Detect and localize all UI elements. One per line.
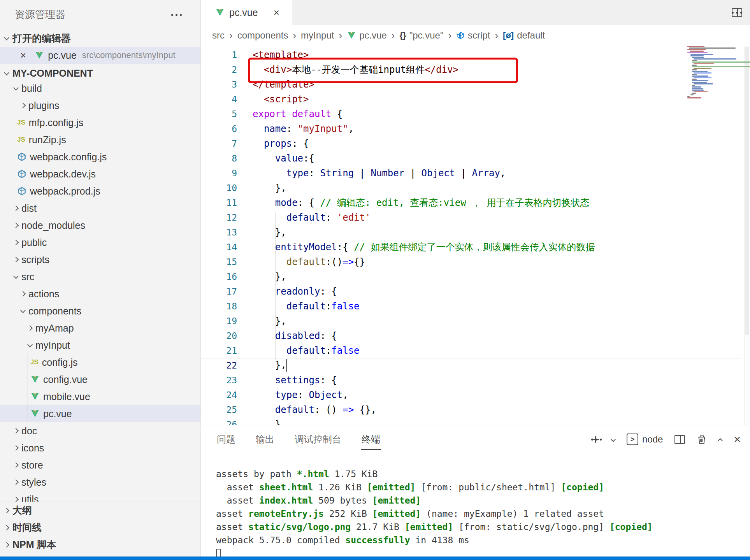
chevron-right-icon: [13, 223, 19, 228]
line-number: 22: [201, 360, 237, 370]
tab-pc-vue[interactable]: pc.vue ×: [201, 0, 292, 25]
timeline-section[interactable]: 时间线: [0, 519, 200, 536]
chevron-right-icon: [13, 479, 19, 485]
open-editor-item-pc-vue[interactable]: × pc.vue src\components\myInput: [0, 47, 200, 64]
minimap[interactable]: [687, 46, 737, 147]
code-line-25: 25 default: () => {},: [201, 402, 750, 417]
line-number: 3: [201, 79, 237, 90]
tree-item-config-vue[interactable]: config.vue: [0, 371, 200, 388]
panel-tab-调试控制台[interactable]: 调试控制台: [294, 429, 342, 449]
line-number: 11: [201, 198, 237, 208]
line-number: 20: [201, 331, 237, 341]
close-editor-icon[interactable]: ×: [20, 50, 26, 60]
webpack-icon: [17, 169, 26, 179]
tree-item-label: doc: [21, 425, 37, 437]
tree-item-myamap[interactable]: myAmap: [0, 319, 200, 337]
breadcrumb: src›components›myInput›pc.vue›{}"pc.vue"…: [201, 25, 750, 46]
terminal-picker-chevron-icon[interactable]: [611, 437, 616, 442]
line-number: 2: [201, 65, 237, 75]
line-number: 18: [201, 301, 237, 311]
maximize-panel-icon[interactable]: [718, 438, 723, 443]
terminal-output[interactable]: assets by path *.html 1.75 KiB asset she…: [216, 467, 734, 560]
breadcrumb-item-pc-vue[interactable]: pc.vue: [347, 30, 387, 41]
tree-item-webpack-prod-js[interactable]: webpack.prod.js: [0, 183, 200, 200]
tree-item-src[interactable]: src: [0, 268, 200, 285]
chevron-right-icon: [13, 240, 19, 245]
breadcrumb-item-myinput[interactable]: myInput: [301, 30, 334, 41]
webpack-icon: [17, 186, 26, 196]
editor-more-actions-icon[interactable]: [732, 12, 742, 14]
panel-tab-终端[interactable]: 终端: [361, 429, 381, 449]
code-line-23: 23 settings: {: [201, 373, 750, 388]
code-line-19: 19 },: [201, 314, 750, 328]
line-number: 9: [201, 168, 237, 178]
vue-icon: [35, 51, 44, 60]
outline-section[interactable]: 大纲: [0, 502, 200, 519]
code-line-24: 24 type: Object,: [201, 388, 750, 402]
tree-item-store[interactable]: store: [0, 456, 200, 474]
open-editors-header[interactable]: 打开的编辑器: [0, 30, 200, 47]
breadcrumb-item-script[interactable]: script: [456, 30, 490, 41]
tree-item-config-js[interactable]: JSconfig.js: [0, 354, 200, 371]
panel-tab-问题[interactable]: 问题: [216, 429, 236, 449]
close-panel-icon[interactable]: ×: [734, 434, 741, 445]
line-number: 17: [201, 286, 237, 297]
tree-item-mobile-vue[interactable]: mobile.vue: [0, 388, 200, 405]
tree-item-components[interactable]: components: [0, 302, 200, 319]
chevron-right-icon: [4, 525, 9, 530]
vscode-window: 资源管理器 打开的编辑器 × pc.vue src\components\myI…: [0, 0, 750, 560]
kill-terminal-icon[interactable]: [697, 434, 707, 445]
tree-item-styles[interactable]: styles: [0, 474, 200, 491]
tree-item-node-modules[interactable]: node_modules: [0, 217, 200, 234]
tree-item-label: src: [21, 271, 34, 283]
breadcrumb-separator: ›: [495, 30, 498, 42]
tree-item-webpack-config-js[interactable]: webpack.config.js: [0, 148, 200, 165]
tree-item-scripts[interactable]: scripts: [0, 251, 200, 268]
line-number: 24: [201, 390, 237, 400]
line-number: 25: [201, 405, 237, 415]
tree-item-myinput[interactable]: myInput: [0, 337, 200, 354]
breadcrumb-separator: ›: [448, 30, 451, 42]
tree-item-webpack-dev-js[interactable]: webpack.dev.js: [0, 165, 200, 183]
breadcrumb-item-components[interactable]: components: [237, 30, 288, 41]
tree-item-public[interactable]: public: [0, 234, 200, 251]
tab-bar: pc.vue ×: [201, 0, 750, 25]
panel-tab-输出[interactable]: 输出: [255, 429, 275, 449]
vue-icon: [347, 32, 356, 40]
code-line-9: 9 type: String | Number | Object | Array…: [201, 166, 750, 181]
panel-tabs: 问题输出调试控制台终端: [216, 425, 381, 453]
tree-item-runzip-js[interactable]: JSrunZip.js: [0, 131, 200, 148]
code-editor[interactable]: 1<template>2 <div>本地--开发一个基础input组件</div…: [201, 46, 750, 425]
breadcrumb-item--pc-vue-[interactable]: {}"pc.vue": [400, 30, 444, 41]
code-line-22: 22 },: [201, 358, 750, 373]
tree-item-mfp-config-js[interactable]: JSmfp.config.js: [0, 114, 200, 131]
breadcrumb-separator: ›: [293, 30, 296, 42]
npm-scripts-section[interactable]: NPM 脚本: [0, 536, 200, 553]
tree-item-pc-vue[interactable]: pc.vue: [0, 405, 200, 422]
code-line-12: 12 default: 'edit': [201, 210, 750, 225]
terminal-instance-node[interactable]: > node: [627, 434, 663, 445]
file-tree: buildpluginsJSmfp.config.jsJSrunZip.jswe…: [0, 80, 200, 508]
sidebar-more-actions-icon[interactable]: [171, 14, 182, 16]
chevron-right-icon: [13, 445, 19, 451]
tree-item-plugins[interactable]: plugins: [0, 97, 200, 114]
vue-icon: [215, 9, 225, 17]
terminal-line: asset remoteEntry.js 252 KiB [emitted] (…: [216, 507, 734, 520]
panel-more-actions-icon[interactable]: [591, 439, 602, 441]
chevron-right-icon: [13, 205, 19, 211]
breadcrumb-item-src[interactable]: src: [212, 30, 225, 41]
line-number: 12: [201, 212, 237, 223]
code-line-21: 21 default:false: [201, 343, 750, 358]
tree-item-icons[interactable]: icons: [0, 439, 200, 456]
split-terminal-icon[interactable]: [674, 435, 685, 444]
tree-item-label: runZip.js: [29, 134, 66, 146]
tree-item-doc[interactable]: doc: [0, 422, 200, 439]
workspace-header[interactable]: MY-COMPONENT: [0, 65, 200, 82]
tree-item-actions[interactable]: actions: [0, 285, 200, 302]
open-editor-path: src\components\myInput: [82, 50, 176, 60]
breadcrumb-item-default[interactable]: [ø]default: [503, 30, 545, 41]
tree-item-dist[interactable]: dist: [0, 200, 200, 217]
close-tab-icon[interactable]: ×: [274, 7, 279, 18]
tree-item-build[interactable]: build: [0, 80, 200, 97]
terminal-line: assets by path *.html 1.75 KiB: [216, 467, 734, 481]
